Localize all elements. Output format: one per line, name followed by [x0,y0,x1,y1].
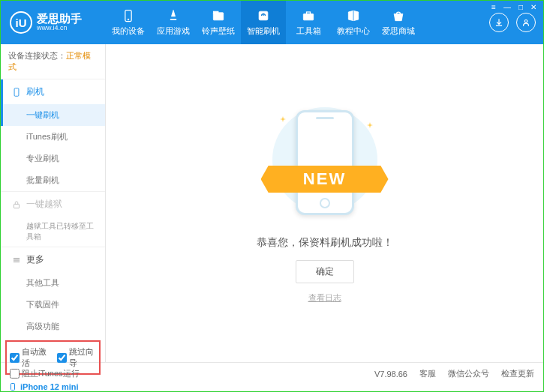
svg-rect-3 [213,11,218,13]
phone-icon [121,8,136,23]
svg-rect-6 [307,12,311,14]
nav-apps[interactable]: 应用游戏 [151,1,196,44]
phone-icon [8,382,17,391]
nav-label: 应用游戏 [157,25,190,37]
store-icon [391,8,406,23]
ok-button[interactable]: 确定 [296,260,354,283]
new-ribbon: NEW [261,166,389,193]
header: iU 爱思助手 www.i4.cn 我的设备 应用游戏 铃声壁纸 智能刷机 工具… [1,1,543,44]
block-itunes-checkbox[interactable]: 阻止iTunes运行 [10,368,80,379]
nav-tutorials[interactable]: 教程中心 [331,1,376,44]
svg-rect-10 [14,204,20,208]
minimize-button[interactable]: — [501,3,513,11]
download-button[interactable] [489,13,509,32]
svg-point-1 [128,19,129,20]
svg-rect-9 [14,88,19,96]
nav-label: 工具箱 [296,25,321,37]
sidebar-item-batch-flash[interactable]: 批量刷机 [1,169,105,191]
svg-rect-2 [213,13,223,20]
sidebar-item-oneclick-flash[interactable]: 一键刷机 [1,104,105,126]
book-icon [346,8,361,23]
sidebar-item-download-firmware[interactable]: 下载固件 [1,294,105,316]
jailbreak-note: 越狱工具已转移至工具箱 [1,217,105,247]
nav-label: 铃声壁纸 [202,25,235,37]
toolbox-icon [301,8,316,23]
lock-icon [11,199,22,210]
sidebar: 设备连接状态：正常模式 刷机 一键刷机 iTunes刷机 专业刷机 批量刷机 一… [1,44,106,362]
update-link[interactable]: 检查更新 [501,368,534,379]
user-button[interactable] [516,13,536,32]
nav-store[interactable]: 爱思商城 [376,1,421,44]
main-nav: 我的设备 应用游戏 铃声壁纸 智能刷机 工具箱 教程中心 爱思商城 [106,1,421,44]
phone-icon [11,87,22,97]
svg-point-8 [524,20,527,23]
sidebar-section-jailbreak: 一键越狱 [1,192,105,217]
version-label: V7.98.66 [374,370,407,379]
nav-flash[interactable]: 智能刷机 [241,1,286,44]
app-name: 爱思助手 [37,13,82,25]
success-illustration: NEW [257,103,392,223]
svg-rect-14 [11,384,15,391]
app-url: www.i4.cn [37,25,82,32]
auto-activate-checkbox[interactable]: 自动激活 [10,346,50,369]
sidebar-section-more[interactable]: 更多 [1,247,105,272]
folder-icon [211,8,226,23]
main-content: NEW 恭喜您，保资料刷机成功啦！ 确定 查看日志 [106,44,543,362]
logo[interactable]: iU 爱思助手 www.i4.cn [10,11,106,34]
nav-label: 我的设备 [112,25,145,37]
nav-ringtones[interactable]: 铃声壁纸 [196,1,241,44]
menu-button[interactable]: ≡ [489,3,498,11]
sidebar-section-flash[interactable]: 刷机 [1,79,105,104]
maximize-button[interactable]: □ [516,3,525,11]
sidebar-item-itunes-flash[interactable]: iTunes刷机 [1,126,105,148]
connection-status: 设备连接状态：正常模式 [1,44,105,79]
nav-label: 教程中心 [337,25,370,37]
svg-rect-5 [303,14,313,20]
sidebar-item-advanced[interactable]: 高级功能 [1,316,105,337]
sidebar-item-pro-flash[interactable]: 专业刷机 [1,148,105,169]
close-button[interactable]: ✕ [528,3,539,11]
nav-my-device[interactable]: 我的设备 [106,1,151,44]
skip-guide-checkbox[interactable]: 跳过向导 [57,346,97,369]
window-controls: ≡ — □ ✕ [485,1,543,13]
nav-label: 智能刷机 [247,25,280,37]
more-icon [11,255,22,265]
service-link[interactable]: 客服 [419,368,436,379]
view-log-link[interactable]: 查看日志 [308,292,341,304]
sidebar-item-other-tools[interactable]: 其他工具 [1,272,105,294]
logo-icon: iU [10,11,32,34]
nav-toolbox[interactable]: 工具箱 [286,1,331,44]
apps-icon [166,8,181,23]
device-info[interactable]: iPhone 12 mini 64GB Down-12mini-13,1 [1,378,105,392]
flash-icon [256,8,271,23]
nav-label: 爱思商城 [382,25,415,37]
wechat-link[interactable]: 微信公众号 [448,368,489,379]
success-message: 恭喜您，保资料刷机成功啦！ [257,236,393,250]
